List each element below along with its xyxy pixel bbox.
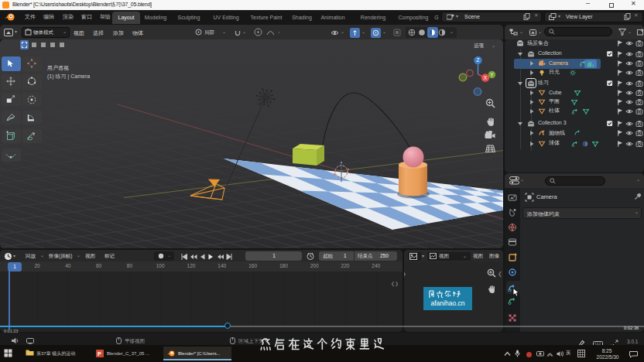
svg-text:Z: Z <box>477 57 480 63</box>
svg-text:Y: Y <box>490 72 494 77</box>
svg-text:X: X <box>484 75 488 80</box>
svg-text:afanihao.cn: afanihao.cn <box>431 299 465 307</box>
